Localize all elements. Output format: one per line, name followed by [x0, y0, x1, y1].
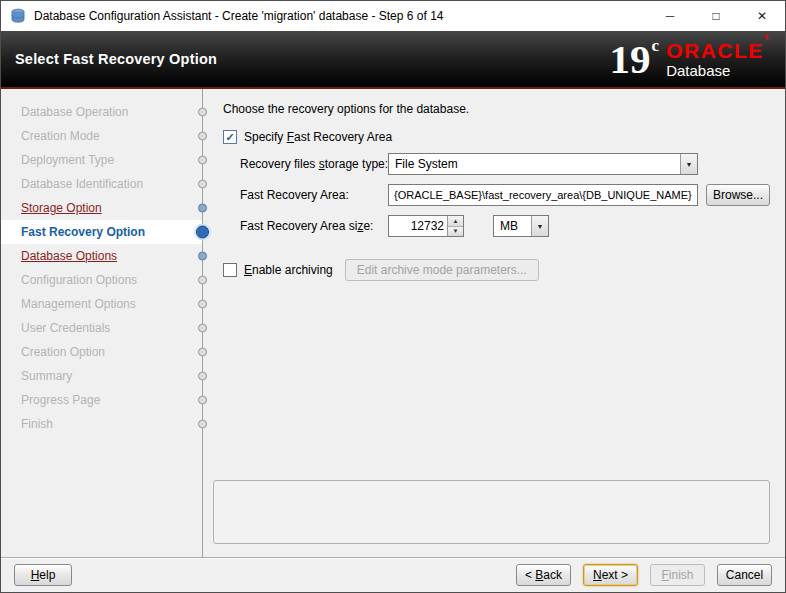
fra-form-group: Recovery files storage type: File System…: [240, 153, 770, 237]
step-node-icon: [198, 300, 207, 309]
brand-version: 19: [610, 39, 651, 80]
window-title: Database Configuration Assistant - Creat…: [34, 9, 443, 23]
step-node-icon: [198, 348, 207, 357]
sidebar-step-creation-mode: Creation Mode: [1, 124, 202, 148]
step-node-icon: [198, 108, 207, 117]
page-header: Select Fast Recovery Option 19 c ORACLE®…: [1, 31, 785, 89]
back-button[interactable]: < Back: [516, 564, 571, 586]
sidebar-step-database-identification: Database Identification: [1, 172, 202, 196]
app-icon: [10, 8, 26, 24]
window-controls: ─ □ ✕: [647, 1, 785, 31]
brand-name: ORACLE®: [666, 40, 769, 62]
step-node-icon: [196, 226, 209, 239]
storage-type-value: File System: [389, 154, 680, 174]
sidebar-step-finish: Finish: [1, 412, 202, 436]
fra-size-input[interactable]: [389, 216, 447, 236]
sidebar-step-progress-page: Progress Page: [1, 388, 202, 412]
help-button[interactable]: Help: [14, 564, 72, 586]
size-spin-down-button[interactable]: ▼: [448, 227, 463, 237]
fra-location-row: Fast Recovery Area: Browse...: [240, 184, 770, 206]
instruction-text: Choose the recovery options for the data…: [223, 102, 770, 116]
sidebar-step-storage-option[interactable]: Storage Option: [1, 196, 202, 220]
sidebar-step-user-credentials: User Credentials: [1, 316, 202, 340]
sidebar-step-deployment-type: Deployment Type: [1, 148, 202, 172]
wizard-body: Database Operation Creation Mode Deploym…: [1, 89, 785, 557]
storage-type-row: Recovery files storage type: File System…: [240, 153, 770, 175]
minimize-button[interactable]: ─: [647, 1, 693, 31]
maximize-button[interactable]: □: [693, 1, 739, 31]
steps-list: Database Operation Creation Mode Deploym…: [1, 89, 203, 557]
step-node-icon: [198, 276, 207, 285]
enable-archiving-row: Enable archiving Edit archive mode param…: [223, 259, 770, 281]
specify-fra-checkbox[interactable]: ✓: [223, 130, 237, 144]
size-unit-value: MB: [494, 216, 531, 236]
registered-mark: ®: [764, 34, 769, 41]
sidebar-step-database-operation: Database Operation: [1, 100, 202, 124]
step-node-icon: [198, 420, 207, 429]
step-node-icon: [198, 156, 207, 165]
sidebar-step-database-options[interactable]: Database Options: [1, 244, 202, 268]
footer-bar: Help < Back Next > Finish Cancel: [1, 557, 785, 592]
size-unit-select[interactable]: MB ▼: [493, 215, 549, 237]
enable-archiving-label: Enable archiving: [244, 263, 333, 277]
specify-fra-row: ✓ Specify Fast Recovery Area: [223, 130, 770, 144]
sidebar-step-fast-recovery-option[interactable]: Fast Recovery Option: [1, 220, 202, 244]
dbca-window: Database Configuration Assistant - Creat…: [0, 0, 786, 593]
sidebar-step-management-options: Management Options: [1, 292, 202, 316]
main-panel: Choose the recovery options for the data…: [203, 89, 785, 557]
step-node-icon: [198, 372, 207, 381]
storage-type-select[interactable]: File System ▼: [388, 153, 698, 175]
fra-size-row: Fast Recovery Area size: ▲ ▼ MB ▼: [240, 215, 770, 237]
sidebar-step-configuration-options: Configuration Options: [1, 268, 202, 292]
sidebar-step-summary: Summary: [1, 364, 202, 388]
sidebar-step-creation-option: Creation Option: [1, 340, 202, 364]
chevron-down-icon: ▼: [531, 216, 548, 236]
brand-version-letter: c: [652, 36, 660, 56]
fra-location-label: Fast Recovery Area:: [240, 188, 388, 202]
edit-archive-parameters-button[interactable]: Edit archive mode parameters...: [345, 259, 539, 281]
fra-size-label: Fast Recovery Area size:: [240, 219, 388, 233]
size-spin-up-button[interactable]: ▲: [448, 216, 463, 227]
finish-button[interactable]: Finish: [650, 564, 705, 586]
next-button[interactable]: Next >: [583, 564, 638, 586]
titlebar: Database Configuration Assistant - Creat…: [1, 1, 785, 31]
step-node-icon: [198, 324, 207, 333]
specify-fra-label: Specify Fast Recovery Area: [244, 130, 392, 144]
cancel-button[interactable]: Cancel: [717, 564, 772, 586]
storage-type-label: Recovery files storage type:: [240, 157, 388, 171]
step-node-icon: [198, 132, 207, 141]
oracle-brand-logo: 19 c ORACLE® Database: [610, 39, 769, 80]
step-node-icon: [198, 180, 207, 189]
step-node-icon: [198, 204, 207, 213]
close-button[interactable]: ✕: [739, 1, 785, 31]
fra-size-spinner: ▲ ▼: [388, 215, 464, 237]
step-node-icon: [198, 396, 207, 405]
status-message-box: [213, 480, 770, 544]
step-node-icon: [198, 252, 207, 261]
brand-product: Database: [666, 63, 769, 79]
page-title: Select Fast Recovery Option: [15, 51, 217, 67]
enable-archiving-checkbox[interactable]: [223, 263, 237, 277]
chevron-down-icon: ▼: [680, 154, 697, 174]
fra-location-input[interactable]: [388, 184, 698, 206]
browse-button[interactable]: Browse...: [706, 184, 770, 206]
